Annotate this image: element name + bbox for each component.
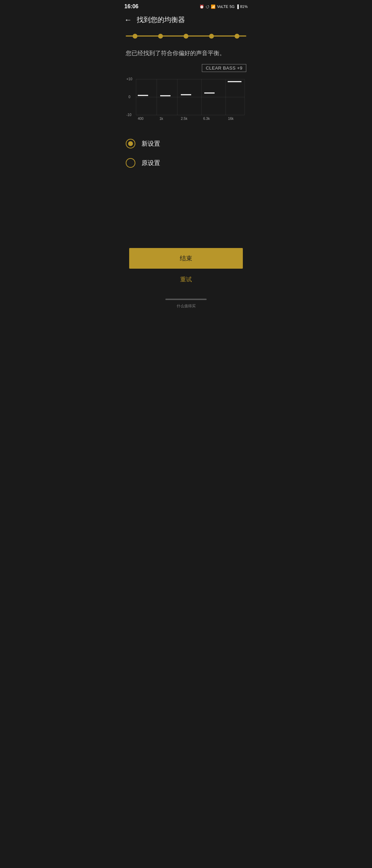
- hint-text: 什么值得买: [119, 303, 253, 310]
- svg-text:0: 0: [128, 95, 131, 99]
- radio-original-setting[interactable]: 原设置: [126, 153, 246, 173]
- svg-text:+10: +10: [126, 77, 132, 81]
- svg-text:400: 400: [138, 117, 144, 121]
- status-bar: 16:06 ⏰ ⭯ 📶 VoLTE 5G ▐ 81%: [119, 0, 253, 12]
- svg-text:-10: -10: [126, 113, 132, 117]
- battery-level: 81%: [240, 4, 248, 9]
- progress-dot-3: [184, 34, 188, 39]
- svg-text:1k: 1k: [159, 117, 164, 121]
- radio-circle-new[interactable]: [126, 139, 135, 148]
- home-bar: [165, 299, 207, 300]
- bottom-section: 结束 重试: [119, 241, 253, 292]
- spacer: [119, 177, 253, 241]
- svg-text:2.5k: 2.5k: [181, 117, 188, 121]
- progress-dot-1: [133, 34, 137, 39]
- header: ← 找到您的均衡器: [119, 12, 253, 29]
- eq-chart-svg: +10 0 -10: [126, 74, 246, 122]
- radio-inner-new: [128, 141, 133, 146]
- back-button[interactable]: ←: [124, 16, 132, 24]
- home-indicator: [119, 295, 253, 303]
- network-icon: 5G: [229, 4, 235, 9]
- status-time: 16:06: [124, 3, 138, 10]
- retry-button[interactable]: 重试: [129, 270, 243, 289]
- page-title: 找到您的均衡器: [137, 15, 185, 24]
- eq-section: CLEAR BASS +9 +10 0 -10: [119, 64, 253, 129]
- radio-section: 新设置 原设置: [119, 129, 253, 177]
- progress-dots: [133, 34, 239, 39]
- status-icons: ⏰ ⭯ 📶 VoLTE 5G ▐ 81%: [199, 4, 248, 9]
- radio-circle-original[interactable]: [126, 158, 135, 168]
- svg-text:6.3k: 6.3k: [203, 117, 210, 121]
- wifi-icon: VoLTE: [217, 4, 228, 9]
- progress-line: [126, 35, 246, 37]
- progress-track: [119, 29, 253, 46]
- description-text: 您已经找到了符合你偏好的声音平衡。: [119, 46, 253, 64]
- radio-new-setting[interactable]: 新设置: [126, 134, 246, 153]
- radio-label-new: 新设置: [142, 140, 160, 148]
- progress-dot-4: [209, 34, 214, 39]
- radio-label-original: 原设置: [142, 159, 160, 167]
- page: 16:06 ⏰ ⭯ 📶 VoLTE 5G ▐ 81% ← 找到您的均衡器 您已经…: [119, 0, 253, 310]
- eq-chart: +10 0 -10: [126, 74, 246, 122]
- bluetooth-icon: ⭯: [206, 4, 209, 9]
- battery-icon: ▐: [236, 4, 239, 9]
- svg-text:16k: 16k: [228, 117, 234, 121]
- clear-bass-tag: CLEAR BASS +9: [202, 64, 246, 72]
- clear-bass-value: +9: [237, 65, 242, 71]
- alarm-icon: ⏰: [199, 4, 204, 9]
- signal-icon: 📶: [211, 4, 216, 9]
- clear-bass-label: CLEAR BASS: [206, 65, 237, 71]
- progress-dot-5: [235, 34, 239, 39]
- clear-bass-badge: CLEAR BASS +9: [126, 64, 246, 72]
- progress-dot-2: [158, 34, 163, 39]
- finish-button[interactable]: 结束: [129, 248, 243, 269]
